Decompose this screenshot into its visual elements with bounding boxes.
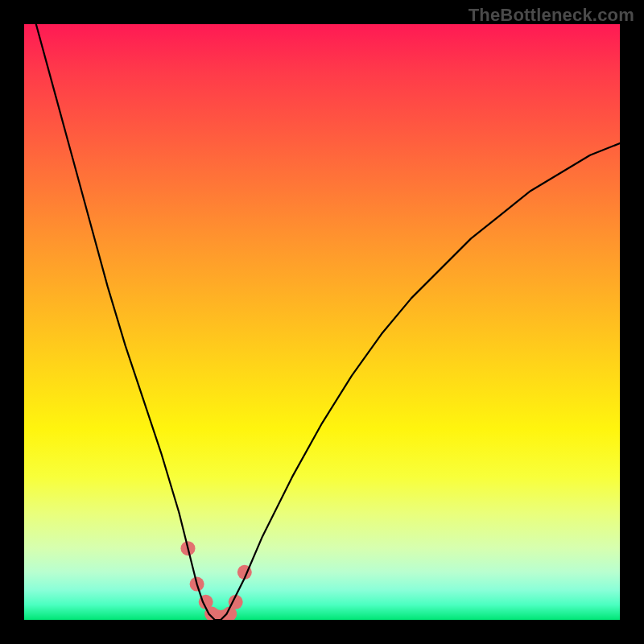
highlight-markers [181,541,252,620]
plot-area [24,24,620,620]
curve-layer [24,24,620,620]
bottleneck-curve [36,24,620,620]
chart-frame: TheBottleneck.com [0,0,644,644]
watermark-text: TheBottleneck.com [469,5,634,26]
